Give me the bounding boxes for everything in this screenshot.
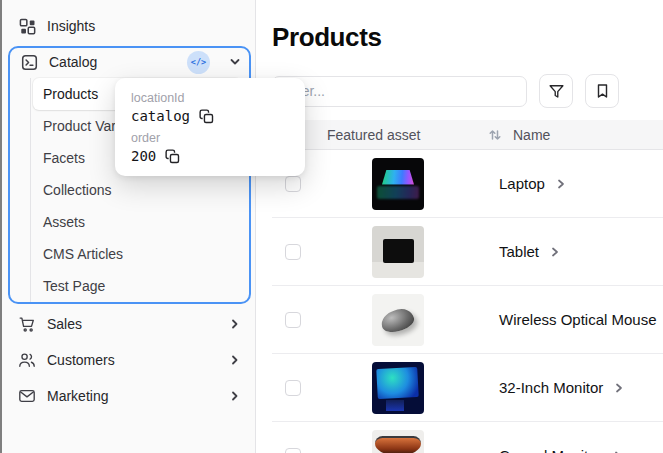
chevron-down-icon[interactable]	[229, 56, 241, 68]
copy-icon[interactable]	[199, 109, 214, 124]
product-image	[372, 362, 424, 414]
sidebar-item-marketing[interactable]: Marketing	[2, 378, 255, 414]
filter-input[interactable]	[272, 76, 527, 107]
chevron-right-icon	[229, 390, 241, 402]
sidebar-item-customers[interactable]: Customers	[2, 342, 255, 378]
sub-item-label: Collections	[43, 182, 111, 198]
product-name-link[interactable]: 32-Inch Monitor	[499, 379, 603, 396]
sidebar: Insights Catalog </>	[2, 0, 256, 453]
product-name-link[interactable]: Curved Monitor	[499, 447, 602, 453]
row-checkbox[interactable]	[285, 176, 301, 192]
table-row[interactable]: Tablet	[272, 218, 663, 286]
sidebar-item-label: Sales	[47, 316, 82, 332]
row-checkbox[interactable]	[285, 380, 301, 396]
popover-field-value: 200	[131, 148, 156, 164]
products-table: Featured asset Name Laptop	[272, 120, 663, 453]
popover-field: locationId catalog	[131, 91, 289, 124]
product-name-link[interactable]: Laptop	[499, 175, 545, 192]
product-image	[372, 226, 424, 278]
chevron-right-icon	[229, 354, 241, 366]
chevron-right-icon	[612, 381, 626, 395]
toolbar	[272, 74, 663, 108]
sidebar-item-label: Marketing	[47, 388, 108, 404]
table-row[interactable]: Wireless Optical Mouse	[272, 286, 663, 354]
users-icon	[18, 351, 36, 369]
product-name-link[interactable]: Tablet	[499, 243, 539, 260]
row-checkbox[interactable]	[285, 448, 301, 453]
page-title: Products	[272, 22, 663, 53]
code-badge-icon[interactable]: </>	[187, 51, 210, 74]
filter-button[interactable]	[539, 74, 573, 108]
popover-field: order 200	[131, 131, 289, 164]
funnel-icon	[548, 83, 565, 100]
table-row[interactable]: 32-Inch Monitor	[272, 354, 663, 422]
product-image	[372, 430, 424, 453]
sidebar-item-insights[interactable]: Insights	[2, 8, 255, 44]
column-header-name[interactable]: Name	[488, 127, 663, 143]
table-row[interactable]: Curved Monitor	[272, 422, 663, 453]
sub-item-label: CMS Articles	[43, 246, 123, 262]
sidebar-item-test-page[interactable]: Test Page	[33, 270, 241, 302]
table-row[interactable]: Laptop	[272, 150, 663, 218]
row-checkbox[interactable]	[285, 312, 301, 328]
cart-icon	[18, 315, 36, 333]
sub-item-label: Products	[43, 86, 98, 102]
chevron-right-icon	[554, 177, 568, 191]
sidebar-item-label: Catalog	[49, 54, 97, 70]
product-image	[372, 294, 424, 346]
sidebar-item-collections[interactable]: Collections	[33, 174, 241, 206]
popover-field-value: catalog	[131, 108, 190, 124]
sidebar-item-label: Insights	[47, 18, 95, 34]
app-window: Insights Catalog </>	[0, 0, 663, 453]
copy-icon[interactable]	[165, 149, 180, 164]
table-header-row: Featured asset Name	[272, 120, 663, 150]
bookmark-icon	[595, 83, 610, 99]
sidebar-item-label: Customers	[47, 352, 115, 368]
chevron-right-icon	[611, 449, 625, 453]
terminal-icon	[20, 53, 38, 71]
sidebar-item-assets[interactable]: Assets	[33, 206, 241, 238]
sidebar-item-sales[interactable]: Sales	[2, 306, 255, 342]
sub-item-label: Test Page	[43, 278, 105, 294]
popover-field-label: locationId	[131, 91, 289, 105]
product-name-link[interactable]: Wireless Optical Mouse	[499, 311, 657, 328]
column-header-label: Name	[513, 127, 550, 143]
chevron-right-icon	[548, 245, 562, 259]
bookmark-button[interactable]	[585, 74, 619, 108]
sidebar-item-catalog[interactable]: Catalog </>	[10, 48, 249, 76]
popover-field-label: order	[131, 131, 289, 145]
dashboard-icon	[18, 17, 36, 35]
sort-icon[interactable]	[488, 128, 502, 142]
chevron-right-icon	[229, 318, 241, 330]
main-content: Products	[256, 0, 663, 453]
sub-item-label: Facets	[43, 150, 85, 166]
row-checkbox[interactable]	[285, 244, 301, 260]
mail-icon	[18, 387, 36, 405]
table-body: Laptop Tablet	[272, 150, 663, 453]
dev-mode-popover: locationId catalog order 200	[115, 78, 305, 176]
sub-item-label: Assets	[43, 214, 85, 230]
column-header-featured-asset[interactable]: Featured asset	[322, 127, 488, 143]
product-image	[372, 158, 424, 210]
sidebar-item-cms-articles[interactable]: CMS Articles	[33, 238, 241, 270]
